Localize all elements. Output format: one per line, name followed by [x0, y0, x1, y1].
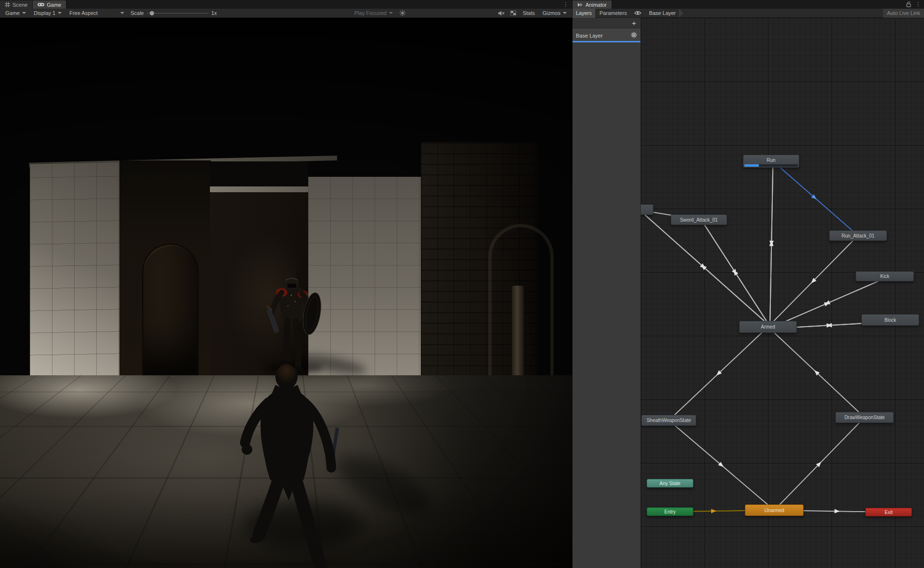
layers-panel: + Base Layer [573, 18, 641, 568]
aspect-dropdown[interactable]: Free Aspect [66, 9, 128, 17]
lit-tiled-wall-left [30, 162, 120, 377]
state-node-run[interactable]: Run [743, 155, 799, 168]
game-view-toolbar: Game Display 1 Free Aspect Scale 1x Play… [0, 9, 572, 18]
state-node-label: Run_Attack_01 [842, 233, 874, 238]
state-node-stub[interactable] [641, 204, 653, 215]
chevron-down-icon [58, 12, 62, 14]
game-view-tabbar: Scene Game ⋮ [0, 0, 572, 9]
add-layer-button[interactable]: + [630, 20, 638, 26]
tab-scene[interactable]: Scene [0, 0, 33, 9]
state-node-armed[interactable]: Armed [739, 321, 797, 333]
game-render-viewport[interactable] [0, 18, 573, 568]
state-node-entry[interactable]: Entry [647, 507, 693, 516]
state-node-label: Sword_Attack_01 [680, 217, 717, 223]
game-tab-menu-icon[interactable]: ⋮ [560, 0, 572, 9]
state-node-exit[interactable]: Exit [865, 508, 912, 516]
mute-audio-icon[interactable] [496, 9, 507, 17]
stats-button[interactable]: Stats [520, 9, 538, 17]
layer-row-base-layer[interactable]: Base Layer [573, 28, 640, 42]
animator-body: + Base Layer RunSword_Attack_01Run_Attac… [573, 18, 924, 568]
unity-editor-window: Scene Game ⋮ Game Display 1 Free Aspect … [0, 0, 924, 568]
layers-tab-button[interactable]: Layers [573, 9, 595, 18]
state-node-label: Exit [885, 510, 893, 515]
display-dropdown[interactable]: Display 1 [30, 9, 65, 17]
lintel-highlight [210, 186, 308, 192]
state-node-label: Run [767, 158, 775, 163]
state-node-kick[interactable]: Kick [856, 271, 914, 281]
state-node-sword_attack[interactable]: Sword_Attack_01 [671, 214, 727, 225]
animator-pane: Animator ⋮ Layers Parameters Base Layer [573, 0, 924, 568]
state-node-run_attack[interactable]: Run_Attack_01 [829, 230, 887, 241]
scale-slider[interactable] [147, 9, 208, 17]
parameters-tab-button[interactable]: Parameters [596, 9, 630, 18]
vsync-sun-icon[interactable] [397, 9, 408, 17]
animator-menu-icon[interactable]: ⋮ [915, 0, 921, 9]
chevron-down-icon [389, 12, 393, 14]
animator-icon [577, 2, 583, 7]
layer-weight-bar [573, 41, 640, 42]
chevron-down-icon [120, 12, 124, 14]
scale-slider-knob[interactable] [150, 11, 154, 15]
transition-arrow-icon [711, 509, 716, 513]
auto-live-link-button[interactable]: Auto Live Link [883, 9, 924, 18]
state-node-label: Armed [761, 324, 775, 330]
frame-debugger-icon[interactable] [508, 9, 519, 17]
breadcrumb-chevron-icon [679, 9, 682, 17]
state-node-unarmed[interactable]: Unarmed [745, 504, 804, 516]
state-node-any[interactable]: Any State [647, 479, 693, 488]
gamepad-icon [38, 2, 44, 7]
transition-arrow-icon [834, 509, 840, 514]
transition-arrow-icon [734, 270, 739, 276]
eye-icon [634, 11, 641, 15]
scale-label: Scale [129, 10, 146, 16]
game-target-dropdown[interactable]: Game [2, 9, 29, 17]
tab-game[interactable]: Game [33, 0, 66, 9]
scale-value: 1x [209, 10, 219, 16]
player-character [231, 355, 356, 568]
state-node-label: Entry [664, 509, 676, 515]
state-node-label: SheathWeaponState [647, 418, 691, 423]
chevron-down-icon [22, 12, 26, 14]
state-node-label: DrawWeaponState [845, 415, 885, 420]
state-node-block[interactable]: Block [861, 314, 919, 326]
play-focused-dropdown[interactable]: Play Focused [351, 9, 396, 17]
dark-doorway-wall [119, 160, 211, 378]
tab-animator[interactable]: Animator [573, 0, 612, 9]
animator-tabbar: Animator ⋮ [573, 0, 924, 9]
gizmos-dropdown[interactable]: Gizmos [539, 9, 570, 17]
state-node-label: Kick [880, 274, 889, 279]
state-node-draw[interactable]: DrawWeaponState [835, 412, 894, 423]
animator-toolbar: Layers Parameters Base Layer Auto Live L… [573, 9, 924, 18]
chevron-down-icon [563, 12, 567, 14]
breadcrumb[interactable]: Base Layer [645, 9, 683, 17]
state-node-label: Unarmed [764, 508, 784, 513]
scene-grid-icon [5, 2, 10, 7]
state-node-label: Block [885, 317, 896, 323]
state-progress-bar [744, 164, 798, 167]
state-machine-graph[interactable]: RunSword_Attack_01Run_Attack_01KickBlock… [641, 18, 924, 568]
visibility-toggle[interactable] [631, 11, 644, 15]
arched-door [142, 243, 199, 378]
game-view-pane: Scene Game ⋮ Game Display 1 Free Aspect … [0, 0, 573, 568]
layer-settings-gear-icon[interactable] [631, 32, 637, 39]
state-node-label: Any State [660, 481, 680, 486]
wall-pipe [512, 286, 524, 377]
unlock-icon[interactable] [906, 1, 911, 8]
state-node-sheath[interactable]: SheathWeaponState [641, 415, 696, 426]
transition-arrow-icon [824, 302, 830, 306]
